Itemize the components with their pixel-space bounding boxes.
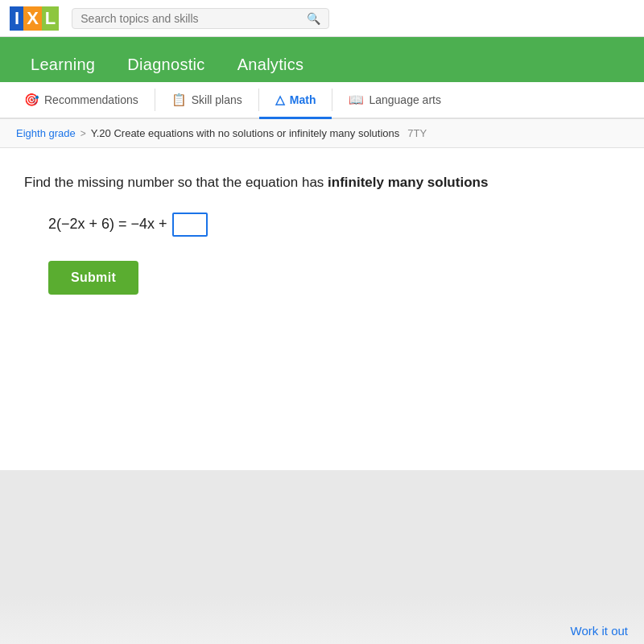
nav-bar: Learning Diagnostic Analytics <box>0 37 644 82</box>
tab-skill-plans-label: Skill plans <box>192 93 242 106</box>
nav-item-diagnostic[interactable]: Diagnostic <box>113 47 219 82</box>
tab-recommendations-label: Recommendations <box>44 93 138 106</box>
logo-i-letter: I <box>10 6 23 31</box>
breadcrumb-code: 7TY <box>407 127 427 139</box>
logo-l-letter: L <box>42 6 59 31</box>
breadcrumb-separator: > <box>80 128 86 139</box>
logo-x-letter: X <box>23 6 42 31</box>
tab-skill-plans[interactable]: 📋 Skill plans <box>155 82 258 119</box>
language-arts-icon: 📖 <box>349 93 364 107</box>
question-emphasis: infinitely many solutions <box>328 175 488 190</box>
top-bar: I X L 🔍 <box>0 0 644 37</box>
tab-math-label: Math <box>290 93 316 106</box>
breadcrumb-parent[interactable]: Eighth grade <box>16 127 76 139</box>
main-content: Find the missing number so that the equa… <box>0 148 644 470</box>
question-text: Find the missing number so that the equa… <box>24 172 620 193</box>
answer-input[interactable] <box>172 213 208 237</box>
question-prefix: Find the missing number so that the equa… <box>24 175 328 190</box>
tab-math[interactable]: △ Math <box>259 82 332 119</box>
nav-item-learning[interactable]: Learning <box>16 47 109 82</box>
skill-plans-icon: 📋 <box>171 93 187 107</box>
logo-xl: X L <box>23 6 59 31</box>
tabs-bar: 🎯 Recommendations 📋 Skill plans △ Math 📖… <box>0 82 644 119</box>
tab-recommendations[interactable]: 🎯 Recommendations <box>8 82 155 119</box>
search-bar[interactable]: 🔍 <box>72 8 329 29</box>
recommendations-icon: 🎯 <box>24 93 39 107</box>
math-icon: △ <box>275 93 285 107</box>
search-icon: 🔍 <box>307 12 320 25</box>
tab-language-arts-label: Language arts <box>369 93 441 106</box>
nav-item-analytics[interactable]: Analytics <box>223 47 319 82</box>
tab-language-arts[interactable]: 📖 Language arts <box>332 82 457 119</box>
search-input[interactable] <box>80 12 300 25</box>
equation-row: 2(−2x + 6) = −4x + <box>48 213 620 237</box>
breadcrumb-current: Y.20 Create equations with no solutions … <box>91 127 399 139</box>
logo[interactable]: I X L <box>10 6 59 31</box>
equation-text: 2(−2x + 6) = −4x + <box>48 216 167 233</box>
breadcrumb: Eighth grade > Y.20 Create equations wit… <box>0 119 644 148</box>
submit-button[interactable]: Submit <box>48 261 138 295</box>
work-it-out-link[interactable]: Work it out <box>571 624 628 638</box>
bottom-area: Work it out <box>0 596 644 644</box>
